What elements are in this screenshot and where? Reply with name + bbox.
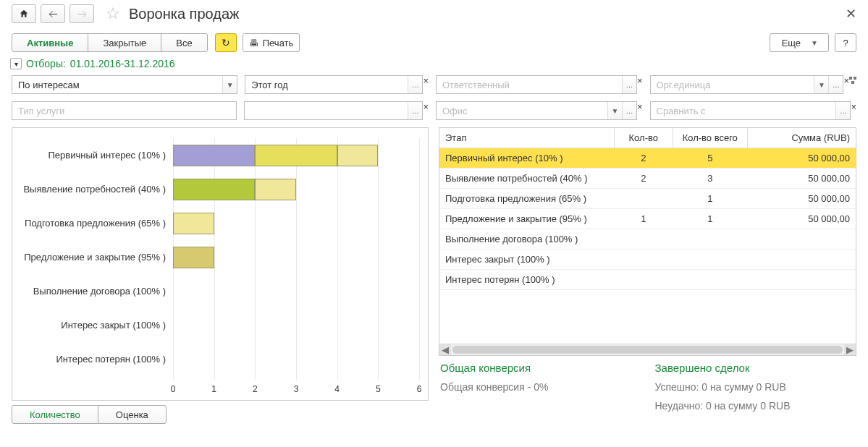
tab-active[interactable]: Активные — [12, 33, 88, 52]
arrow-left-icon: 🡠 — [49, 9, 58, 20]
chart-category-label: Подготовка предложения (65% ) — [21, 218, 173, 229]
chart-bar-segment[interactable] — [255, 145, 337, 166]
close-icon: ✕ — [846, 7, 856, 21]
tree-icon — [849, 77, 856, 84]
chart-x-tick: 6 — [417, 384, 422, 394]
chart-category-label: Выполнение договора (100% ) — [21, 286, 173, 297]
filter-period-input[interactable] — [245, 76, 408, 93]
chart-bar-segment[interactable] — [173, 145, 255, 166]
filters-date-range: 01.01.2016-31.12.2016 — [70, 58, 175, 69]
filters-label: Отборы: — [26, 58, 66, 69]
table-row[interactable]: Первичный интерес (10% )2550 000,00 — [439, 148, 856, 169]
state-filter-tabs: Активные Закрытые Все — [12, 33, 208, 52]
svg-rect-2 — [851, 81, 854, 84]
filter-office-input[interactable] — [437, 102, 607, 119]
summary-deals-ok: Успешно: 0 на сумму 0 RUB — [655, 381, 856, 393]
table-row[interactable]: Выявление потребностей (40% )2350 000,00 — [439, 169, 856, 189]
col-count[interactable]: Кол-во — [615, 128, 673, 148]
table-row[interactable]: Подготовка предложения (65% )150 000,00 — [439, 189, 856, 209]
nav-home-button[interactable] — [12, 4, 36, 23]
close-button[interactable]: ✕ — [846, 6, 856, 22]
filter-office-clear[interactable]: × — [637, 101, 643, 120]
ellipsis-icon[interactable]: … — [622, 76, 636, 93]
printer-icon: 🖶 — [249, 38, 258, 48]
filter-service-type-combo[interactable] — [12, 101, 237, 120]
chart-bar-segment[interactable] — [173, 247, 214, 268]
chevron-down-icon[interactable]: ▼ — [814, 76, 828, 93]
table-row[interactable]: Интерес потерян (100% ) — [439, 270, 856, 290]
help-button[interactable]: ? — [835, 33, 856, 52]
filter-service-type-input[interactable] — [12, 102, 236, 119]
chevron-down-icon[interactable]: ▼ — [607, 102, 622, 119]
filter-office-combo[interactable]: ▼ … — [436, 101, 637, 120]
chart-category-label: Выявление потребностей (40% ) — [21, 184, 173, 195]
chart-tab-eval[interactable]: Оценка — [98, 405, 167, 424]
favorite-toggle[interactable]: ☆ — [104, 5, 122, 22]
arrow-right-icon: 🡢 — [77, 9, 87, 20]
filter-orgunit-input[interactable] — [651, 76, 814, 93]
ellipsis-icon[interactable]: … — [828, 76, 843, 93]
summary-conversion-line: Общая конверсия - 0% — [440, 381, 641, 393]
table-row[interactable]: Выполнение договора (100% ) — [439, 229, 856, 250]
summary-conversion-head: Общая конверсия — [440, 362, 641, 374]
scroll-left-icon[interactable]: ◀ — [439, 344, 451, 355]
tab-closed[interactable]: Закрытые — [88, 33, 161, 52]
filter-orgunit-tree[interactable] — [849, 75, 856, 94]
chart-category-label: Интерес закрыт (100% ) — [21, 320, 173, 331]
filter-empty-clear[interactable]: × — [423, 101, 429, 120]
filter-empty-combo[interactable]: … — [244, 101, 423, 120]
summary-deals-bad: Неудачно: 0 на сумму 0 RUB — [655, 400, 856, 412]
more-menu-button[interactable]: Еще ▼ — [770, 33, 829, 52]
filter-period-combo[interactable]: … — [245, 75, 423, 94]
col-stage[interactable]: Этап — [439, 128, 615, 148]
scroll-thumb[interactable] — [452, 346, 843, 354]
ellipsis-icon[interactable]: … — [835, 102, 850, 119]
filter-by-combo[interactable]: ▼ — [12, 75, 237, 94]
home-icon — [19, 9, 29, 19]
table-scrollbar[interactable]: ◀ ▶ — [439, 344, 856, 355]
table-row[interactable]: Интерес закрыт (100% ) — [439, 250, 856, 270]
chart-bar-segment[interactable] — [173, 213, 214, 234]
filter-compare-combo[interactable]: … — [650, 101, 851, 120]
filters-collapse-toggle[interactable]: ▾ — [10, 58, 22, 69]
chart-bar-segment[interactable] — [255, 179, 296, 200]
funnel-chart: Первичный интерес (10% )Выявление потреб… — [12, 127, 429, 401]
filter-compare-clear[interactable]: × — [851, 101, 856, 120]
chart-x-tick: 1 — [211, 384, 216, 394]
print-button[interactable]: 🖶 Печать — [243, 33, 300, 52]
svg-rect-1 — [854, 77, 856, 80]
tab-all[interactable]: Все — [161, 33, 207, 52]
chart-bar-segment[interactable] — [173, 179, 255, 200]
chart-tab-count[interactable]: Количество — [12, 405, 98, 424]
filter-compare-input[interactable] — [651, 102, 836, 119]
col-sum[interactable]: Сумма (RUB) — [748, 128, 856, 148]
nav-forward-button: 🡢 — [69, 4, 94, 23]
ellipsis-icon[interactable]: … — [622, 102, 636, 119]
scroll-right-icon[interactable]: ▶ — [844, 344, 856, 355]
chart-x-tick: 0 — [171, 384, 176, 394]
filter-responsible-input[interactable] — [437, 76, 622, 93]
chart-bar-segment[interactable] — [337, 145, 379, 166]
table-row[interactable]: Предложение и закрытие (95% )1150 000,00 — [439, 209, 856, 229]
stages-table: Этап Кол-во Кол-во всего Сумма (RUB) Пер… — [439, 127, 856, 356]
chart-category-label: Предложение и закрытие (95% ) — [21, 252, 173, 263]
filter-orgunit-clear[interactable]: × — [843, 75, 849, 94]
refresh-icon: ↻ — [222, 37, 230, 48]
filter-empty-input[interactable] — [245, 102, 408, 119]
filter-responsible-clear[interactable]: × — [637, 75, 643, 94]
chart-x-tick: 2 — [253, 384, 258, 394]
chevron-down-icon[interactable]: ▼ — [222, 76, 237, 93]
col-total[interactable]: Кол-во всего — [673, 128, 748, 148]
chevron-down-icon: ▼ — [811, 39, 818, 47]
filter-orgunit-combo[interactable]: ▼ … — [650, 75, 844, 94]
ellipsis-icon[interactable]: … — [408, 102, 422, 119]
filter-period-clear[interactable]: × — [423, 75, 429, 94]
svg-rect-0 — [849, 77, 852, 80]
chevron-down-icon: ▾ — [14, 60, 18, 68]
ellipsis-icon[interactable]: … — [408, 76, 422, 93]
filter-responsible-combo[interactable]: … — [436, 75, 637, 94]
refresh-button[interactable]: ↻ — [215, 33, 237, 52]
chart-x-tick: 4 — [334, 384, 340, 394]
filter-by-input[interactable] — [12, 76, 222, 93]
nav-back-button[interactable]: 🡠 — [41, 4, 65, 23]
